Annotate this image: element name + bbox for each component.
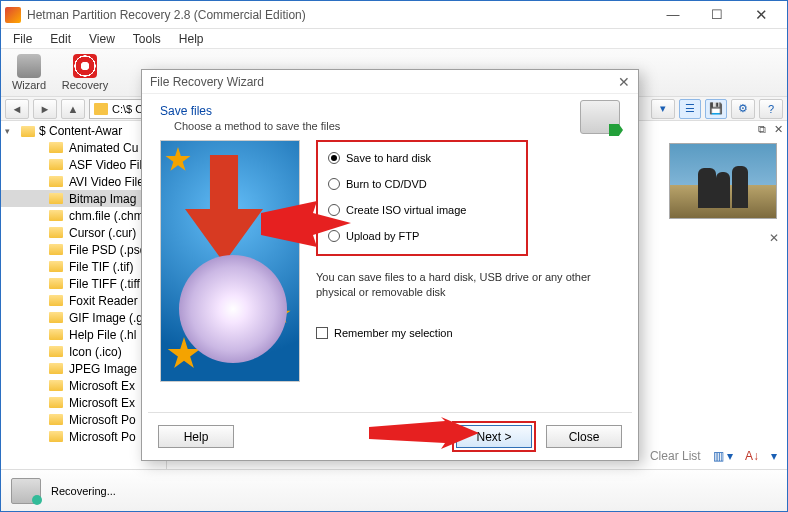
tree-item-label: ASF Video Fil [69, 158, 142, 172]
clear-action[interactable]: Clear List [650, 449, 701, 463]
window-controls: — ☐ ✕ [651, 2, 783, 28]
tree-item-label: JPEG Image ( [69, 362, 144, 376]
tree-item-label: Microsoft Ex [69, 379, 135, 393]
option-hint: You can save files to a hard disk, USB d… [316, 270, 606, 301]
dialog-footer: Help Next > Close [148, 412, 632, 460]
file-recovery-wizard-dialog: File Recovery Wizard ✕ Save files Choose… [141, 69, 639, 461]
minimize-button[interactable]: — [651, 2, 695, 28]
status-bar: Recovering... [1, 469, 787, 511]
view-dropdown-button[interactable]: ▾ [651, 99, 675, 119]
maximize-button[interactable]: ☐ [695, 2, 739, 28]
window-title: Hetman Partition Recovery 2.8 (Commercia… [27, 8, 651, 22]
checkbox-icon [316, 327, 328, 339]
dialog-close-button[interactable]: ✕ [618, 74, 630, 90]
folder-icon [49, 142, 63, 153]
folder-icon [49, 193, 63, 204]
radio-upload-ftp[interactable]: Upload by FTP [328, 230, 516, 242]
sort-dropdown-icon[interactable]: ▾ [771, 449, 777, 463]
sort-az-icon[interactable]: A↓ [745, 449, 759, 463]
radio-label: Upload by FTP [346, 230, 419, 242]
disk-icon [11, 478, 41, 504]
wizard-label: Wizard [12, 79, 46, 91]
radio-label: Create ISO virtual image [346, 204, 466, 216]
drive-icon [580, 100, 620, 134]
dialog-title: File Recovery Wizard [150, 75, 264, 89]
tree-item-label: Icon (.ico) [69, 345, 122, 359]
folder-icon [49, 278, 63, 289]
folder-icon [49, 261, 63, 272]
tree-item-label: File TIF (.tif) [69, 260, 133, 274]
nav-back-button[interactable]: ◄ [5, 99, 29, 119]
folder-icon [49, 227, 63, 238]
options-button[interactable]: ⚙ [731, 99, 755, 119]
radio-burn-cd-dvd[interactable]: Burn to CD/DVD [328, 178, 516, 190]
titlebar: Hetman Partition Recovery 2.8 (Commercia… [1, 1, 787, 29]
radio-save-hard-disk[interactable]: Save to hard disk [328, 152, 516, 164]
save-button[interactable]: 💾 [705, 99, 727, 119]
folder-icon [94, 103, 108, 115]
view-menu-icon[interactable]: ▥ ▾ [713, 449, 733, 463]
recovery-label: Recovery [62, 79, 108, 91]
recovery-button[interactable]: Recovery [63, 54, 107, 91]
folder-icon [49, 346, 63, 357]
path-text: C:\$ C [112, 103, 143, 115]
folder-icon [49, 380, 63, 391]
wizard-button[interactable]: Wizard [7, 54, 51, 91]
tree-item-label: File TIFF (.tiff [69, 277, 140, 291]
radio-icon [328, 204, 340, 216]
remember-checkbox[interactable]: Remember my selection [316, 327, 620, 339]
app-window: Hetman Partition Recovery 2.8 (Commercia… [0, 0, 788, 512]
help-button[interactable]: Help [158, 425, 234, 448]
preview-image [670, 144, 776, 218]
tree-item-label: Foxit Reader [69, 294, 138, 308]
radio-label: Save to hard disk [346, 152, 431, 164]
close-dialog-button[interactable]: Close [546, 425, 622, 448]
panel-close-icon[interactable]: ✕ [774, 123, 783, 136]
tree-item-label: Cursor (.cur) [69, 226, 136, 240]
tree-item-label: Microsoft Po [69, 413, 136, 427]
tree-item-label: AVI Video File [69, 175, 144, 189]
close-button[interactable]: ✕ [739, 2, 783, 28]
menu-help[interactable]: Help [171, 30, 212, 48]
help-button[interactable]: ? [759, 99, 783, 119]
dialog-heading: Save files [160, 104, 620, 118]
menubar: File Edit View Tools Help [1, 29, 787, 49]
radio-icon [328, 230, 340, 242]
app-icon [5, 7, 21, 23]
folder-icon [49, 363, 63, 374]
tree-item-label: GIF Image (.g [69, 311, 143, 325]
menu-edit[interactable]: Edit [42, 30, 79, 48]
tree-item-label: File PSD (.psd [69, 243, 146, 257]
tree-root-label: $ Content-Awar [39, 124, 122, 138]
tree-item-label: Microsoft Ex [69, 396, 135, 410]
radio-label: Burn to CD/DVD [346, 178, 427, 190]
next-button[interactable]: Next > [456, 425, 532, 448]
folder-icon [49, 176, 63, 187]
tree-item-label: Help File (.hl [69, 328, 136, 342]
folder-icon [21, 126, 35, 137]
view-list-button[interactable]: ☰ [679, 99, 701, 119]
folder-icon [49, 414, 63, 425]
nav-up-button[interactable]: ▲ [61, 99, 85, 119]
tree-item-label: Bitmap Imag [69, 192, 136, 206]
save-method-group: Save to hard disk Burn to CD/DVD Create … [316, 140, 528, 256]
folder-icon [49, 312, 63, 323]
preview-pane [669, 143, 777, 219]
tree-item-label: Microsoft Po [69, 430, 136, 444]
menu-file[interactable]: File [5, 30, 40, 48]
menu-tools[interactable]: Tools [125, 30, 169, 48]
pin-icon[interactable]: ⧉ [758, 123, 766, 136]
folder-icon [49, 397, 63, 408]
next-highlight: Next > [452, 421, 536, 452]
radio-create-iso[interactable]: Create ISO virtual image [328, 204, 516, 216]
wizard-illustration [160, 140, 300, 382]
preview-close-icon[interactable]: ✕ [769, 231, 779, 245]
remember-label: Remember my selection [334, 327, 453, 339]
wand-icon [17, 54, 41, 78]
tree-item-label: chm.file (.chm [69, 209, 144, 223]
menu-view[interactable]: View [81, 30, 123, 48]
status-text: Recovering... [51, 485, 116, 497]
folder-icon [49, 295, 63, 306]
lifebuoy-icon [73, 54, 97, 78]
nav-forward-button[interactable]: ► [33, 99, 57, 119]
